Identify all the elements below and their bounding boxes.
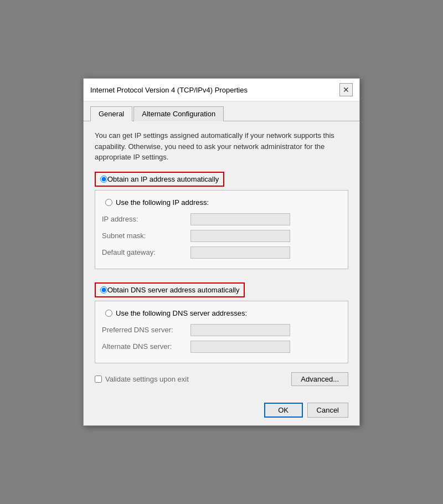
ok-button[interactable]: OK [264,403,303,418]
preferred-dns-label: Preferred DNS server: [102,326,190,334]
validate-checkbox[interactable] [95,376,102,383]
ip-address-input[interactable] [190,213,290,225]
alternate-dns-label: Alternate DNS server: [102,342,190,351]
ip-manual-section: Use the following IP address: IP address… [95,190,348,269]
tab-general[interactable]: General [90,106,132,121]
ip-address-label: IP address: [102,215,190,223]
ip-address-section: Obtain an IP address automatically Use t… [95,172,348,269]
dns-section: Obtain DNS server address automatically … [95,282,348,363]
dns-manual-radio-row: Use the following DNS server addresses: [102,307,341,320]
ip-auto-radio[interactable] [100,176,107,183]
cancel-button[interactable]: Cancel [307,403,348,418]
title-bar: Internet Protocol Version 4 (TCP/IPv4) P… [84,79,359,101]
tab-alternate-configuration[interactable]: Alternate Configuration [133,106,224,121]
ip-manual-radio-row: Use the following IP address: [102,196,341,209]
subnet-mask-input[interactable] [190,230,290,242]
close-button[interactable]: ✕ [339,83,353,96]
dns-auto-radio[interactable] [100,286,107,294]
dns-manual-label[interactable]: Use the following DNS server addresses: [116,309,247,317]
ip-manual-label[interactable]: Use the following IP address: [116,198,209,207]
advanced-button[interactable]: Advanced... [291,372,348,386]
subnet-mask-label: Subnet mask: [102,232,190,240]
alternate-dns-row: Alternate DNS server: [102,341,341,353]
preferred-dns-input[interactable] [190,324,290,336]
dns-manual-radio[interactable] [105,310,112,317]
dialog-window: Internet Protocol Version 4 (TCP/IPv4) P… [83,78,360,426]
default-gateway-input[interactable] [190,246,290,259]
tab-bar: General Alternate Configuration [84,101,359,121]
dns-auto-label[interactable]: Obtain DNS server address automatically [107,286,239,294]
validate-label[interactable]: Validate settings upon exit [105,375,189,383]
ip-address-row: IP address: [102,213,341,225]
default-gateway-label: Default gateway: [102,248,190,256]
preferred-dns-row: Preferred DNS server: [102,324,341,336]
validate-checkbox-group: Validate settings upon exit [95,375,189,383]
default-gateway-row: Default gateway: [102,246,341,259]
alternate-dns-input[interactable] [190,341,290,353]
content-area: You can get IP settings assigned automat… [84,121,359,397]
dialog-title: Internet Protocol Version 4 (TCP/IPv4) P… [90,86,248,94]
button-bar: OK Cancel [84,397,359,425]
dns-manual-section: Use the following DNS server addresses: … [95,301,348,363]
bottom-section: Validate settings upon exit Advanced... [95,372,348,388]
ip-manual-radio[interactable] [105,199,112,206]
description-text: You can get IP settings assigned automat… [95,130,348,163]
subnet-mask-row: Subnet mask: [102,230,341,242]
ip-auto-label[interactable]: Obtain an IP address automatically [107,175,219,183]
